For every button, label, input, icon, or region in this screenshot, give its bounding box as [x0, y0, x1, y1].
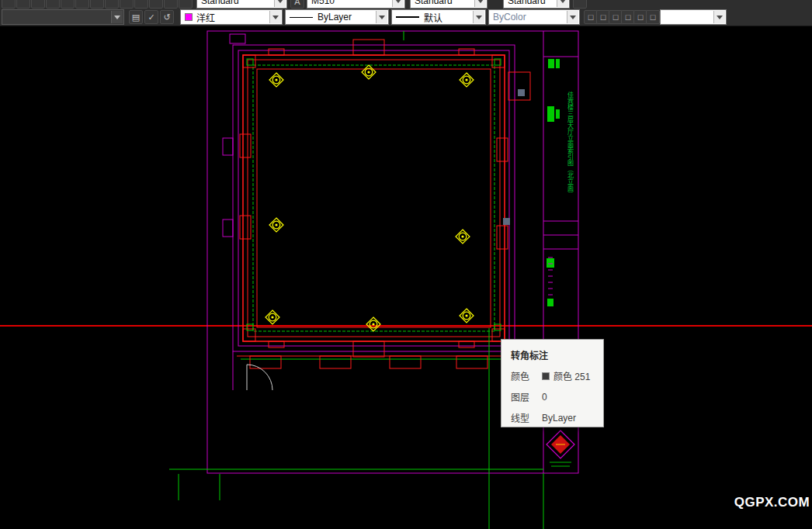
lineweight-sample-icon — [396, 16, 419, 18]
bottom-molding-band[interactable] — [237, 356, 512, 368]
watermark: QGPX.COM — [732, 487, 812, 518]
dropdown-arrow-icon[interactable] — [392, 0, 404, 7]
text-style-value: M510 — [311, 0, 335, 6]
redo-icon[interactable] — [120, 0, 134, 9]
layer-combo[interactable] — [2, 9, 124, 25]
tooltip-linetype-value: ByLayer — [542, 413, 576, 424]
tooltip-layer-row: 图层 0 — [511, 390, 594, 403]
find-icon[interactable] — [164, 0, 178, 9]
undo-icon[interactable] — [105, 0, 119, 9]
light-fixture[interactable] — [269, 218, 283, 232]
current-style-value: Standard — [201, 0, 239, 6]
linetype-combo[interactable]: ByLayer — [285, 9, 389, 25]
styles-toolbar: Standard A M510 Standard Standard — [0, 0, 812, 9]
rollover-tooltip: 转角标注 颜色 颜色 251 图层 0 线型 ByLayer — [501, 339, 604, 427]
plot-style-combo: ByColor — [488, 9, 580, 25]
ceiling-moldings[interactable] — [240, 40, 530, 357]
dropdown-arrow-icon[interactable] — [474, 0, 486, 7]
light-fixture[interactable] — [265, 310, 279, 324]
zoom-realtime-icon[interactable] — [16, 0, 30, 9]
dropdown-arrow-icon[interactable] — [274, 0, 286, 7]
text-style-icon[interactable]: A — [290, 0, 304, 9]
dropdown-arrow-icon[interactable] — [713, 11, 725, 23]
lineweight-combo-value: 默认 — [424, 11, 442, 24]
zoom-window-icon[interactable] — [31, 0, 45, 9]
reference-lines[interactable] — [169, 31, 543, 529]
light-fixtures[interactable] — [265, 65, 474, 331]
selection-grips[interactable] — [503, 89, 525, 225]
dropdown-arrow-icon[interactable] — [473, 11, 484, 23]
text-style-combo[interactable]: M510 — [307, 0, 405, 9]
dropdown-arrow-icon[interactable] — [111, 11, 123, 23]
make-object-layer-current-icon[interactable]: ✓ — [144, 10, 158, 24]
table-style-combo[interactable]: Standard — [503, 0, 570, 9]
light-fixture[interactable] — [362, 65, 376, 79]
autocad-window: Standard A M510 Standard Standard ▤ ✓ ↺ … — [0, 0, 812, 529]
layer-properties-icon[interactable]: ▤ — [129, 10, 143, 24]
cad-drawing[interactable]: 佳宾楼三层大厅立面索引图（北立面） — [0, 26, 812, 529]
model-space-canvas[interactable]: 佳宾楼三层大厅立面索引图（北立面） — [0, 26, 812, 529]
dropdown-arrow-icon[interactable] — [269, 11, 281, 23]
tooltip-linetype-row: 线型 ByLayer — [511, 411, 594, 424]
current-style-combo[interactable]: Standard — [196, 0, 287, 9]
properties-icon[interactable] — [75, 0, 89, 9]
dropdown-arrow-icon[interactable] — [376, 11, 387, 23]
tooltip-color-label: 颜色 — [511, 369, 533, 382]
plot-style-detach-icon[interactable]: □ — [646, 10, 660, 24]
linetype-sample-icon — [290, 17, 313, 18]
title-strip-marks — [547, 59, 560, 306]
dim-style-combo[interactable]: Standard — [410, 0, 488, 9]
view-combo[interactable] — [660, 9, 727, 25]
dropdown-arrow-icon[interactable] — [557, 0, 568, 7]
help-icon[interactable] — [179, 0, 193, 9]
pan-icon[interactable] — [2, 0, 16, 9]
tooltip-linetype-label: 线型 — [511, 411, 533, 424]
tooltip-color-swatch — [542, 372, 550, 380]
dim-style-value: Standard — [415, 0, 453, 6]
match-properties-icon[interactable] — [90, 0, 104, 9]
table-style-value: Standard — [508, 0, 546, 6]
tooltip-title: 转角标注 — [511, 348, 594, 361]
print-preview-icon[interactable] — [149, 0, 163, 9]
tooltip-color-value: 颜色 251 — [553, 369, 590, 382]
light-fixture[interactable] — [366, 317, 380, 331]
tooltip-layer-label: 图层 — [511, 390, 533, 403]
light-fixture[interactable] — [460, 73, 474, 87]
linetype-combo-value: ByLayer — [318, 12, 352, 22]
plot-icon[interactable] — [134, 0, 148, 9]
color-combo-value: 洋红 — [196, 11, 215, 24]
tooltip-layer-value: 0 — [542, 392, 547, 403]
light-fixture[interactable] — [460, 309, 474, 323]
current-color-swatch — [185, 13, 193, 21]
table-style-manager-icon[interactable] — [573, 0, 587, 9]
zoom-extents-icon[interactable] — [61, 0, 75, 9]
company-logo[interactable] — [547, 430, 574, 466]
color-combo[interactable]: 洋红 — [180, 9, 283, 25]
dropdown-arrow-icon — [567, 11, 578, 23]
plot-style-value: ByColor — [493, 12, 526, 22]
layer-previous-icon[interactable]: ↺ — [160, 10, 174, 24]
light-fixture[interactable] — [456, 230, 470, 244]
light-fixture[interactable] — [269, 73, 283, 87]
tooltip-color-row: 颜色 颜色 251 — [511, 369, 594, 382]
strip-title-text: 佳宾楼三层大厅立面索引图（北立面） — [567, 91, 574, 197]
zoom-previous-icon[interactable] — [46, 0, 60, 9]
properties-toolbar: ▤ ✓ ↺ 洋红 ByLayer 默认 ByColor □ □ □ □ □ □ — [0, 9, 812, 26]
lineweight-combo[interactable]: 默认 — [391, 9, 486, 25]
